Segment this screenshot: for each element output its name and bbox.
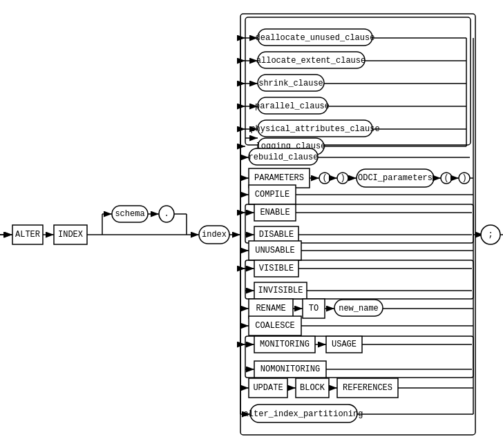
block-label: BLOCK bbox=[300, 383, 325, 393]
alter-label: ALTER bbox=[15, 230, 40, 240]
rparen1-label: ) bbox=[340, 173, 345, 183]
rebuild-label: rebuild_clause bbox=[249, 153, 319, 162]
physical-label: physical_attributes_clause bbox=[250, 124, 379, 134]
shrink-label: shrink_clause bbox=[258, 79, 323, 88]
coalesce-label: COALESCE bbox=[255, 321, 295, 331]
unusable-label: UNUSABLE bbox=[255, 246, 295, 255]
visible-label: VISIBLE bbox=[259, 264, 294, 273]
new-name-label: new_name bbox=[339, 304, 379, 313]
nomonitoring-label: NOMONITORING bbox=[260, 364, 320, 374]
disable-label: DISABLE bbox=[259, 230, 294, 240]
enable-label: ENABLE bbox=[260, 208, 290, 217]
usage-label: USAGE bbox=[332, 340, 357, 349]
parallel-label: parallel_clause bbox=[255, 101, 330, 111]
odci-label: ODCI_parameters bbox=[358, 173, 433, 183]
invisible-label: INVISIBLE bbox=[258, 286, 303, 295]
references-label: REFERENCES bbox=[343, 383, 392, 393]
lparen2-label: ( bbox=[444, 173, 448, 183]
compile-label: COMPILE bbox=[255, 190, 290, 199]
monitoring-label: MONITORING bbox=[260, 340, 310, 349]
deallocate-label: deallocate_unused_clause bbox=[256, 33, 375, 43]
lparen1-label: ( bbox=[322, 173, 327, 183]
alter-index-part-label: alter_index_partitioning bbox=[244, 409, 363, 419]
parameters-label: PARAMETERS bbox=[254, 173, 304, 183]
to-label: TO bbox=[309, 304, 319, 313]
dot-label: . bbox=[164, 209, 169, 219]
rparen2-label: ) bbox=[462, 173, 466, 183]
rename-label: RENAME bbox=[256, 304, 285, 313]
allocate-label: allocate_extent_clause bbox=[256, 56, 366, 66]
update-label: UPDATE bbox=[253, 383, 283, 393]
index-label: INDEX bbox=[58, 230, 83, 240]
semicolon-label: ; bbox=[488, 230, 493, 240]
index-ref-label: index bbox=[202, 230, 227, 240]
schema-label: schema bbox=[115, 209, 144, 219]
